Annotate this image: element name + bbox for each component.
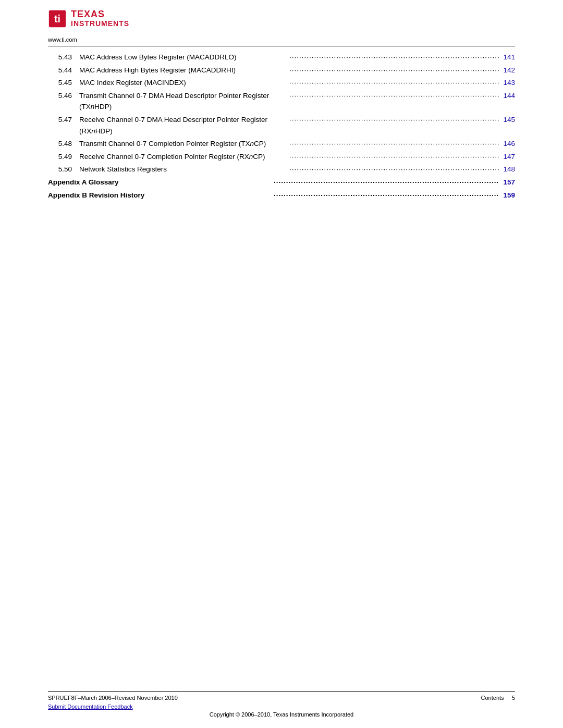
- toc-entry-number: 5.47: [48, 114, 79, 126]
- toc-appendix-entry: Appendix B Revision History ············…: [48, 190, 515, 201]
- logo-container: ti Texas Instruments: [48, 9, 129, 28]
- toc-appendix-page[interactable]: 157: [499, 177, 515, 188]
- toc-entry: 5.45MAC Index Register (MACINDEX) ······…: [48, 77, 515, 89]
- toc-appendix-dots: ········································…: [272, 190, 499, 201]
- toc-entry-number: 5.50: [48, 164, 79, 175]
- toc-entry-dots: ········································…: [287, 114, 499, 126]
- logo-instruments: Instruments: [71, 20, 129, 28]
- toc-entry-page[interactable]: 144: [499, 90, 515, 102]
- logo-texas: Texas: [71, 9, 129, 20]
- header: ti Texas Instruments: [0, 0, 563, 33]
- footer-doc-id: SPRUEF8F–March 2006–Revised November 201…: [48, 695, 178, 701]
- toc-entry: 5.43MAC Address Low Bytes Register (MACA…: [48, 52, 515, 63]
- toc-entry-label: Network Statistics Registers: [79, 164, 287, 175]
- toc-entry-label: MAC Address High Bytes Register (MACADDR…: [79, 65, 287, 76]
- footer-page-number: 5: [512, 695, 515, 701]
- footer-feedback[interactable]: Submit Documentation Feedback: [48, 702, 515, 710]
- toc-entry-page[interactable]: 147: [499, 151, 515, 163]
- toc-entry-page[interactable]: 142: [499, 65, 515, 76]
- toc-entry-dots: ········································…: [287, 90, 499, 102]
- website-line: www.ti.com: [0, 33, 563, 46]
- toc-entry-number: 5.45: [48, 77, 79, 89]
- toc-entry: 5.49Receive Channel 0-7 Completion Point…: [48, 151, 515, 163]
- footer-section: Contents: [481, 695, 504, 701]
- toc-entry-dots: ········································…: [287, 77, 499, 89]
- toc-entry-page[interactable]: 141: [499, 52, 515, 63]
- toc-entry-number: 5.43: [48, 52, 79, 63]
- toc-content: 5.43MAC Address Low Bytes Register (MACA…: [0, 46, 563, 201]
- toc-entries: 5.43MAC Address Low Bytes Register (MACA…: [48, 52, 515, 175]
- toc-appendix-dots: ········································…: [272, 177, 499, 188]
- toc-entry-dots: ········································…: [287, 65, 499, 76]
- ti-logo-icon: ti: [48, 9, 67, 28]
- footer-row: SPRUEF8F–March 2006–Revised November 201…: [48, 695, 515, 701]
- toc-entry-dots: ········································…: [287, 164, 499, 175]
- toc-entry-label: MAC Address Low Bytes Register (MACADDRL…: [79, 52, 287, 63]
- website-text: www.ti.com: [48, 36, 77, 43]
- appendix-entries: Appendix A Glossary ····················…: [48, 177, 515, 201]
- toc-entry-page[interactable]: 143: [499, 77, 515, 89]
- toc-entry-page[interactable]: 148: [499, 164, 515, 175]
- footer-copyright: Copyright © 2006–2010, Texas Instruments…: [48, 711, 515, 718]
- feedback-link[interactable]: Submit Documentation Feedback: [48, 704, 133, 710]
- toc-entry-dots: ········································…: [287, 52, 499, 63]
- toc-appendix-label: Appendix B Revision History: [48, 190, 272, 201]
- toc-entry-label: MAC Index Register (MACINDEX): [79, 77, 287, 89]
- toc-entry-number: 5.44: [48, 65, 79, 76]
- footer-section-page: Contents 5: [481, 695, 515, 701]
- toc-entry: 5.46Transmit Channel 0-7 DMA Head Descri…: [48, 90, 515, 113]
- toc-entry: 5.44MAC Address High Bytes Register (MAC…: [48, 65, 515, 76]
- toc-appendix-page[interactable]: 159: [499, 190, 515, 201]
- toc-entry-dots: ········································…: [287, 151, 499, 163]
- toc-appendix-entry: Appendix A Glossary ····················…: [48, 177, 515, 188]
- toc-entry: 5.47Receive Channel 0-7 DMA Head Descrip…: [48, 114, 515, 137]
- footer-divider: [48, 691, 515, 692]
- toc-entry-number: 5.49: [48, 151, 79, 163]
- toc-entry-page[interactable]: 145: [499, 114, 515, 126]
- svg-text:ti: ti: [54, 13, 60, 24]
- logo-text: Texas Instruments: [71, 9, 129, 28]
- toc-entry-label: Transmit Channel 0-7 DMA Head Descriptor…: [79, 90, 287, 113]
- toc-entry-number: 5.48: [48, 138, 79, 150]
- toc-entry-number: 5.46: [48, 90, 79, 102]
- toc-appendix-label: Appendix A Glossary: [48, 177, 272, 188]
- toc-entry: 5.50Network Statistics Registers ·······…: [48, 164, 515, 175]
- page-wrapper: ti Texas Instruments www.ti.com 5.43MAC …: [0, 0, 563, 728]
- toc-entry-page[interactable]: 146: [499, 138, 515, 150]
- toc-entry-dots: ········································…: [287, 138, 499, 150]
- footer: SPRUEF8F–March 2006–Revised November 201…: [0, 686, 563, 728]
- toc-entry-label: Transmit Channel 0-7 Completion Pointer …: [79, 138, 287, 150]
- toc-entry: 5.48Transmit Channel 0-7 Completion Poin…: [48, 138, 515, 150]
- toc-entry-label: Receive Channel 0-7 DMA Head Descriptor …: [79, 114, 287, 137]
- toc-entry-label: Receive Channel 0-7 Completion Pointer R…: [79, 151, 287, 163]
